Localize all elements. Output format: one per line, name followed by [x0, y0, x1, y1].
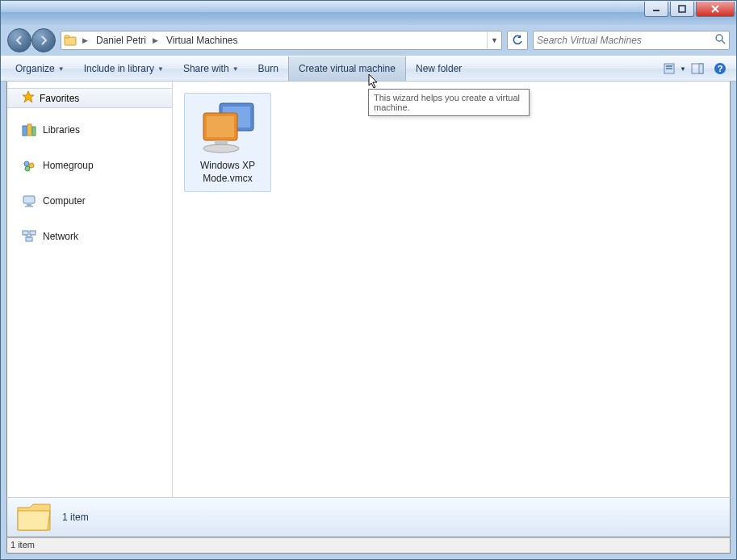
folder-icon	[15, 501, 52, 533]
breadcrumb[interactable]: Virtual Machines	[161, 31, 241, 49]
create-virtual-machine-button[interactable]: Create virtual machine	[288, 56, 406, 81]
view-button[interactable]: ▼	[664, 56, 686, 81]
svg-rect-7	[666, 65, 672, 67]
window-controls	[644, 2, 735, 17]
arrow-left-icon	[14, 35, 25, 46]
maximize-icon	[678, 5, 686, 13]
tooltip-text: This wizard helps you create a virtual m…	[374, 93, 520, 112]
computer-icon	[22, 194, 36, 208]
sidebar-item-homegroup[interactable]: Homegroup	[7, 153, 172, 178]
cursor-icon	[368, 73, 381, 93]
status-bar: 1 item	[6, 537, 731, 554]
maximize-button[interactable]	[670, 2, 694, 17]
network-icon	[22, 229, 36, 244]
search-icon	[714, 33, 726, 48]
libraries-icon	[22, 123, 36, 137]
chevron-down-icon: ▼	[58, 65, 65, 73]
refresh-icon	[512, 35, 523, 46]
sidebar-item-label: Network	[43, 231, 78, 242]
preview-pane-button[interactable]	[686, 56, 709, 81]
new-folder-button[interactable]: New folder	[406, 56, 471, 81]
content-area: Favorites Libraries Homegroup	[6, 81, 731, 497]
svg-rect-16	[32, 127, 36, 136]
create-vm-label: Create virtual machine	[299, 63, 396, 74]
search-box[interactable]	[533, 31, 730, 50]
forward-button[interactable]	[31, 28, 56, 52]
sidebar-item-computer[interactable]: Computer	[7, 189, 172, 213]
svg-rect-3	[65, 36, 69, 38]
share-label: Share with	[183, 63, 229, 74]
nav-row: ▶ Daniel Petri ▶ Virtual Machines ▼	[1, 25, 736, 56]
close-button[interactable]	[696, 2, 735, 17]
svg-line-5	[722, 40, 725, 44]
chevron-down-icon: ▼	[232, 65, 239, 73]
burn-button[interactable]: Burn	[249, 56, 288, 81]
svg-point-17	[24, 161, 29, 166]
svg-rect-23	[23, 231, 28, 235]
svg-rect-21	[27, 204, 31, 206]
svg-rect-20	[23, 196, 35, 203]
close-icon	[710, 5, 720, 13]
nav-buttons	[7, 28, 56, 52]
chevron-right-icon[interactable]: ▶	[79, 36, 91, 44]
details-pane: 1 item	[6, 497, 731, 537]
titlebar	[1, 1, 736, 25]
svg-rect-10	[699, 64, 703, 73]
navigation-pane: Favorites Libraries Homegroup	[7, 81, 173, 497]
file-name: Windows XP Mode.vmcx	[188, 160, 267, 185]
back-button[interactable]	[7, 28, 31, 52]
details-summary: 1 item	[62, 512, 89, 523]
svg-point-33	[203, 144, 239, 153]
svg-marker-13	[23, 91, 34, 102]
chevron-down-icon: ▼	[680, 65, 686, 73]
preview-pane-icon	[691, 63, 704, 74]
folder-icon	[61, 31, 79, 49]
svg-rect-8	[666, 68, 672, 69]
view-icon	[664, 63, 678, 74]
tooltip: This wizard helps you create a virtual m…	[368, 89, 530, 116]
svg-rect-1	[679, 6, 685, 12]
help-button[interactable]: ?	[709, 56, 731, 81]
svg-rect-22	[25, 206, 33, 207]
address-history-dropdown[interactable]: ▼	[487, 31, 501, 49]
minimize-icon	[652, 5, 660, 13]
explorer-window: ▶ Daniel Petri ▶ Virtual Machines ▼ Orga…	[0, 0, 737, 560]
sidebar-item-label: Libraries	[43, 124, 80, 136]
organize-label: Organize	[15, 63, 55, 74]
sidebar-item-libraries[interactable]: Libraries	[7, 118, 172, 142]
address-bar[interactable]: ▶ Daniel Petri ▶ Virtual Machines ▼	[61, 31, 502, 50]
status-text: 1 item	[10, 540, 35, 550]
svg-point-19	[25, 166, 30, 171]
svg-rect-0	[653, 10, 660, 11]
organize-button[interactable]: Organize▼	[6, 56, 74, 81]
minimize-button[interactable]	[644, 2, 668, 17]
svg-point-4	[716, 35, 722, 41]
share-with-button[interactable]: Share with▼	[174, 56, 249, 81]
svg-rect-24	[30, 231, 36, 235]
favorites-label: Favorites	[40, 93, 79, 104]
include-in-library-button[interactable]: Include in library▼	[74, 56, 174, 81]
sidebar-item-network[interactable]: Network	[7, 224, 172, 249]
file-list[interactable]: Windows XP Mode.vmcx	[173, 81, 730, 497]
refresh-button[interactable]	[507, 31, 528, 50]
new-folder-label: New folder	[416, 63, 462, 74]
help-icon: ?	[714, 62, 727, 75]
svg-rect-25	[26, 237, 32, 241]
virtual-machine-icon	[195, 98, 260, 157]
star-icon	[22, 90, 35, 106]
chevron-right-icon[interactable]: ▶	[149, 36, 161, 44]
homegroup-icon	[22, 158, 36, 173]
arrow-right-icon	[38, 35, 49, 46]
chevron-down-icon: ▼	[157, 65, 164, 73]
sidebar-item-label: Homegroup	[43, 160, 94, 171]
svg-rect-14	[23, 126, 27, 136]
file-item[interactable]: Windows XP Mode.vmcx	[184, 93, 271, 192]
include-label: Include in library	[84, 63, 154, 74]
sidebar-item-label: Computer	[43, 195, 86, 207]
search-input[interactable]	[537, 35, 714, 46]
svg-rect-15	[27, 124, 31, 136]
favorites-header[interactable]: Favorites	[7, 88, 172, 108]
burn-label: Burn	[258, 63, 278, 74]
svg-text:?: ?	[718, 64, 723, 73]
breadcrumb[interactable]: Daniel Petri	[91, 31, 149, 49]
